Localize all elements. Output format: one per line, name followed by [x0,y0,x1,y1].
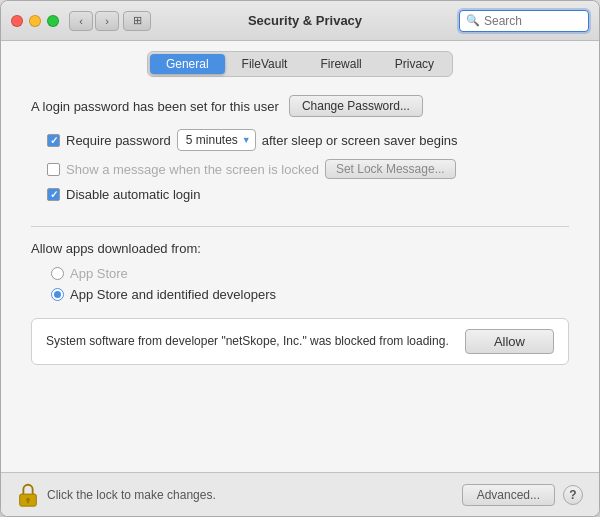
bottom-right-controls: Advanced... ? [462,484,583,506]
after-sleep-text: after sleep or screen saver begins [262,133,458,148]
advanced-button[interactable]: Advanced... [462,484,555,506]
maximize-button[interactable] [47,15,59,27]
window-title: Security & Privacy [151,13,459,28]
search-input[interactable] [484,14,582,28]
login-password-section: A login password has been set for this u… [31,95,569,117]
chevron-down-icon: ▼ [242,135,251,145]
close-button[interactable] [11,15,23,27]
blocked-software-text: System software from developer "netSkope… [46,333,455,350]
tab-filevault[interactable]: FileVault [226,54,304,74]
traffic-lights [11,15,59,27]
main-window: ‹ › ⊞ Security & Privacy 🔍 General FileV… [0,0,600,517]
tab-privacy[interactable]: Privacy [379,54,450,74]
blocked-software-section: System software from developer "netSkope… [31,318,569,365]
tabs-container: General FileVault Firewall Privacy [147,51,453,77]
tab-firewall[interactable]: Firewall [304,54,377,74]
bottombar: Click the lock to make changes. Advanced… [1,472,599,516]
back-button[interactable]: ‹ [69,11,93,31]
app-store-label: App Store [70,266,128,281]
app-store-radio[interactable] [51,267,64,280]
app-store-developers-radio-row: App Store and identified developers [51,287,569,302]
set-lock-message-button[interactable]: Set Lock Message... [325,159,456,179]
grid-button[interactable]: ⊞ [123,11,151,31]
app-store-radio-row: App Store [51,266,569,281]
nav-buttons: ‹ › [69,11,119,31]
back-icon: ‹ [79,15,83,27]
disable-login-checkbox[interactable] [47,188,60,201]
forward-button[interactable]: › [95,11,119,31]
tabbar: General FileVault Firewall Privacy [1,41,599,85]
main-content: A login password has been set for this u… [1,85,599,472]
minimize-button[interactable] [29,15,41,27]
help-button[interactable]: ? [563,485,583,505]
lock-text[interactable]: Click the lock to make changes. [47,488,462,502]
titlebar: ‹ › ⊞ Security & Privacy 🔍 [1,1,599,41]
grid-icon: ⊞ [133,14,142,27]
password-time-dropdown[interactable]: 5 minutes ▼ [177,129,256,151]
allow-apps-title: Allow apps downloaded from: [31,241,569,256]
tab-general[interactable]: General [150,54,225,74]
lock-message-row: Show a message when the screen is locked… [47,159,569,179]
lock-icon[interactable] [17,482,39,508]
app-store-developers-radio[interactable] [51,288,64,301]
login-password-text: A login password has been set for this u… [31,99,279,114]
dropdown-value: 5 minutes [186,133,238,147]
forward-icon: › [105,15,109,27]
require-password-label: Require password [66,133,171,148]
show-message-checkbox[interactable] [47,163,60,176]
require-password-checkbox[interactable] [47,134,60,147]
disable-login-row: Disable automatic login [47,187,569,202]
show-message-label: Show a message when the screen is locked [66,162,319,177]
require-password-row: Require password 5 minutes ▼ after sleep… [47,129,569,151]
change-password-button[interactable]: Change Password... [289,95,423,117]
search-icon: 🔍 [466,14,480,27]
disable-login-label: Disable automatic login [66,187,200,202]
section-divider [31,226,569,227]
search-box[interactable]: 🔍 [459,10,589,32]
svg-rect-2 [27,499,29,503]
allow-button[interactable]: Allow [465,329,554,354]
app-store-developers-label: App Store and identified developers [70,287,276,302]
